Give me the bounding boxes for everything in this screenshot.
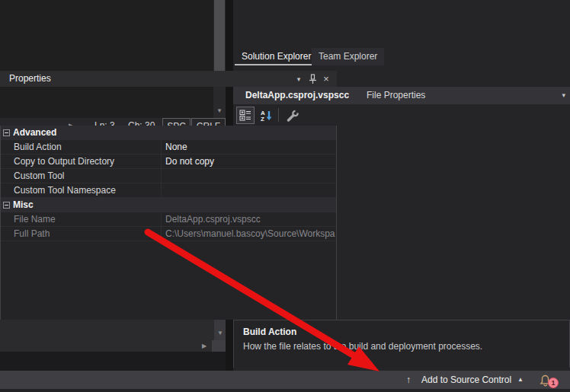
property-value: C:\Users\manuel.bascoy\Source\Workspa — [162, 227, 336, 241]
tab-solution-explorer[interactable]: Solution Explorer — [235, 48, 318, 65]
property-row[interactable]: Build Action None — [1, 140, 336, 155]
description-text: How the file relates to the build and de… — [243, 341, 569, 352]
categorized-icon — [239, 110, 251, 121]
properties-toolbar: A Z — [233, 104, 570, 126]
alphabetical-button[interactable]: A Z — [257, 107, 275, 124]
wrench-icon — [286, 110, 299, 122]
alphabetical-sort-icon: A Z — [260, 110, 273, 122]
tab-team-explorer[interactable]: Team Explorer — [312, 48, 384, 65]
property-row[interactable]: Copy to Output Directory Do not copy — [1, 155, 336, 169]
svg-text:Z: Z — [261, 116, 264, 122]
properties-title-bar[interactable]: Properties ▾ × — [0, 71, 337, 87]
editor-scrollbar-thumb[interactable] — [214, 0, 225, 78]
editor-vertical-scrollbar[interactable] — [213, 0, 226, 118]
close-icon[interactable]: × — [320, 71, 332, 87]
categorized-button[interactable] — [236, 107, 255, 124]
scroll-right-icon: ▶ — [202, 343, 207, 349]
pin-icon[interactable] — [306, 71, 319, 87]
toolbar-separator — [278, 108, 279, 122]
notification-count-badge[interactable]: 1 — [548, 378, 559, 388]
tool-pane-horizontal-scrollbar[interactable] — [0, 340, 226, 352]
property-value[interactable] — [162, 169, 336, 183]
object-selector-combo[interactable]: DeltaApp.csproj.vspscc File Properties ▾ — [233, 87, 570, 104]
property-row[interactable]: Custom Tool Namespace — [1, 183, 336, 198]
category-row[interactable]: Misc — [1, 198, 336, 212]
selected-object-type: File Properties — [367, 87, 425, 104]
add-to-source-control-button[interactable]: Add to Source Control — [421, 371, 511, 389]
scrollbar-corner — [212, 340, 226, 352]
tool-pane-scroll-right-button[interactable]: ▶ — [198, 340, 210, 352]
visual-studio-window: ▼ ▶ Ln: 3 Ch: 30 SPC CRLF ▾ × ▲ ▼ ▶ Solu… — [0, 0, 570, 392]
collapse-minus-icon[interactable] — [3, 129, 10, 136]
property-value[interactable] — [162, 183, 336, 197]
editor-scroll-down-button[interactable]: ▼ — [213, 105, 226, 117]
left-pane-gap — [0, 352, 226, 371]
tool-pane-scroll-down-button[interactable]: ▼ — [214, 328, 226, 339]
expand-caret-icon[interactable]: ▲ — [517, 371, 524, 389]
property-row[interactable]: Full Path C:\Users\manuel.bascoy\Source\… — [1, 227, 336, 241]
property-value: DeltaApp.csproj.vspscc — [162, 212, 336, 226]
property-value[interactable]: Do not copy — [162, 155, 336, 168]
category-row[interactable]: Advanced — [1, 126, 336, 140]
collapse-minus-icon[interactable] — [3, 202, 10, 209]
selected-object-name: DeltaApp.csproj.vspscc — [245, 87, 349, 104]
property-value[interactable]: None — [162, 140, 336, 154]
scroll-down-icon: ▼ — [216, 108, 223, 114]
property-row[interactable]: File Name DeltaApp.csproj.vspscc — [1, 212, 336, 227]
properties-title: Properties — [9, 71, 51, 87]
push-up-arrow-icon: ↑ — [406, 371, 411, 389]
code-editor-pane[interactable] — [0, 0, 226, 118]
chevron-down-icon: ▾ — [562, 87, 565, 104]
window-menu-icon[interactable]: ▾ — [293, 71, 305, 87]
property-row[interactable]: Custom Tool — [1, 169, 336, 183]
description-title: Build Action — [243, 327, 569, 337]
property-description-pane: Build Action How the file relates to the… — [233, 320, 570, 368]
status-bar-edge — [0, 389, 570, 392]
scroll-down-icon: ▼ — [217, 330, 223, 336]
property-pages-button[interactable] — [283, 107, 302, 124]
status-bar: ↑ Add to Source Control ▲ 1 — [0, 371, 570, 389]
property-grid: Advanced Build Action None Copy to Outpu… — [0, 126, 337, 320]
